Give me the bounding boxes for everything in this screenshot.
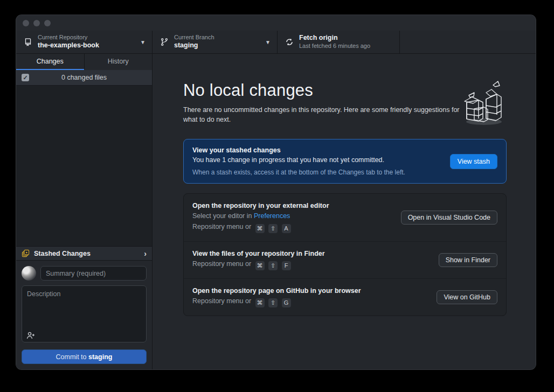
page-subtitle: There are no uncommitted changes in this… <box>183 105 461 124</box>
shift-keycap: ⇧ <box>268 224 278 233</box>
current-repository-label: Current Repository <box>38 34 99 41</box>
sidebar-tabbar: Changes History <box>16 54 152 70</box>
commit-button-branch: staging <box>88 353 112 361</box>
fetch-origin-subtitle: Last fetched 6 minutes ago <box>299 43 370 50</box>
sync-icon <box>285 38 294 46</box>
current-repository-value: the-examples-book <box>38 41 99 50</box>
editor-line-prefix: Select your editor in <box>192 212 254 220</box>
commit-form: Commit to staging <box>16 261 152 369</box>
git-branch-icon <box>160 38 169 46</box>
shift-keycap: ⇧ <box>268 261 278 270</box>
menu-shortcut-text: Repository menu or <box>192 297 251 305</box>
letter-keycap: G <box>282 298 291 307</box>
sidebar: Changes History ✓ 0 changed files Stashe… <box>16 54 153 369</box>
suggestion-title: Open the repository page on GitHub in yo… <box>192 287 429 295</box>
commit-description-input[interactable] <box>22 285 147 342</box>
chevron-right-icon: › <box>144 249 147 258</box>
changed-files-header: ✓ 0 changed files <box>16 70 152 86</box>
view-on-github-button[interactable]: View on GitHub <box>437 290 497 304</box>
stashed-changes-row[interactable]: Stashed Changes › <box>16 246 152 261</box>
page-title: No local changes <box>183 81 507 100</box>
chevron-down-icon: ▼ <box>133 39 146 45</box>
current-branch-value: staging <box>174 41 214 50</box>
show-in-finder-button[interactable]: Show in Finder <box>439 253 497 267</box>
maximize-window-button[interactable] <box>44 20 51 26</box>
cmd-keycap: ⌘ <box>255 224 265 233</box>
stash-callout-title: View your stashed changes <box>192 146 441 154</box>
preferences-link[interactable]: Preferences <box>254 212 290 220</box>
letter-keycap: A <box>282 224 291 233</box>
user-avatar <box>22 266 36 281</box>
commit-summary-input[interactable] <box>40 266 147 281</box>
cmd-keycap: ⌘ <box>255 298 265 307</box>
add-coauthor-icon[interactable] <box>26 331 35 340</box>
suggestion-title: View the files of your repository in Fin… <box>192 250 431 257</box>
shift-keycap: ⇧ <box>268 298 278 307</box>
repo-book-icon <box>24 38 32 46</box>
stash-callout-body: You have 1 change in progress that you h… <box>192 156 441 164</box>
no-changes-illustration <box>459 78 508 128</box>
suggestion-title: Open the repository in your external edi… <box>192 202 393 209</box>
commit-button-prefix: Commit to <box>56 353 88 361</box>
changes-file-list <box>16 86 152 246</box>
minimize-window-button[interactable] <box>33 20 40 26</box>
suggestions-box: Open the repository in your external edi… <box>183 193 507 316</box>
close-window-button[interactable] <box>23 20 29 26</box>
suggestion-external-editor: Open the repository in your external edi… <box>184 194 506 241</box>
suggestion-show-in-finder: View the files of your repository in Fin… <box>184 241 506 278</box>
chevron-down-icon: ▼ <box>258 39 271 45</box>
stash-stack-icon <box>22 249 30 257</box>
stashed-changes-label: Stashed Changes <box>34 250 144 257</box>
stash-callout: View your stashed changes You have 1 cha… <box>183 139 507 184</box>
current-branch-dropdown[interactable]: Current Branch staging ▼ <box>153 31 278 53</box>
titlebar <box>16 15 536 31</box>
menu-shortcut-text: Repository menu or <box>192 223 251 230</box>
fetch-origin-button[interactable]: Fetch origin Last fetched 6 minutes ago <box>278 31 400 53</box>
tab-changes[interactable]: Changes <box>16 54 84 70</box>
menu-shortcut-text: Repository menu or <box>192 260 251 268</box>
commit-button[interactable]: Commit to staging <box>22 349 147 364</box>
letter-keycap: F <box>282 261 291 270</box>
main-content: No local changes There are no uncommitte… <box>153 54 536 369</box>
fetch-origin-title: Fetch origin <box>299 34 370 43</box>
github-desktop-window: Current Repository the-examples-book ▼ C… <box>16 15 536 369</box>
view-stash-button[interactable]: View stash <box>450 154 497 169</box>
open-in-editor-button[interactable]: Open in Visual Studio Code <box>401 211 497 225</box>
changed-files-count: 0 changed files <box>16 74 152 81</box>
tab-history[interactable]: History <box>84 54 153 70</box>
toolbar: Current Repository the-examples-book ▼ C… <box>16 31 536 54</box>
cmd-keycap: ⌘ <box>255 261 265 270</box>
stash-callout-hint: When a stash exists, access it at the bo… <box>192 169 441 176</box>
current-repository-dropdown[interactable]: Current Repository the-examples-book ▼ <box>16 31 153 53</box>
current-branch-label: Current Branch <box>174 34 214 41</box>
toolbar-empty-space <box>400 31 536 53</box>
suggestion-view-on-github: Open the repository page on GitHub in yo… <box>184 278 506 316</box>
